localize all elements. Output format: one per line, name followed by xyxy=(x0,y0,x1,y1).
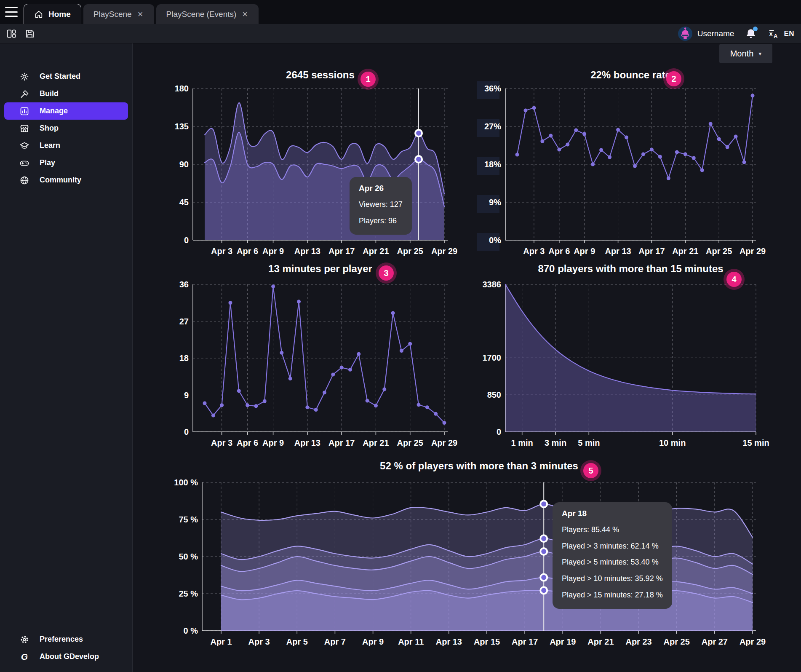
graduation-cap-icon xyxy=(19,141,29,151)
svg-text:Apr 19: Apr 19 xyxy=(550,637,576,646)
project-manager-icon[interactable] xyxy=(6,28,17,39)
tab-bar: Home PlayScene × PlayScene (Events) × xyxy=(0,0,801,24)
svg-text:Apr 21: Apr 21 xyxy=(587,637,614,646)
svg-text:Apr 9: Apr 9 xyxy=(362,637,384,646)
tooltip-row: Played > 15 minutes: 27.18 % xyxy=(562,587,663,603)
svg-text:0: 0 xyxy=(184,427,189,436)
tab-label: Home xyxy=(48,10,71,19)
tab-playscene-events[interactable]: PlayScene (Events) × xyxy=(156,4,259,24)
svg-text:Apr 29: Apr 29 xyxy=(740,246,766,256)
playtime-percent-chart[interactable]: Apr 1Apr 3Apr 5Apr 7Apr 9Apr 11Apr 13Apr… xyxy=(156,475,800,645)
svg-text:Apr 15: Apr 15 xyxy=(474,637,500,646)
sessions-tooltip: Apr 26Viewers: 127Players: 96 xyxy=(350,177,412,235)
svg-text:Apr 11: Apr 11 xyxy=(398,637,424,646)
svg-text:Apr 21: Apr 21 xyxy=(363,246,389,256)
sidebar-item-play[interactable]: Play xyxy=(4,154,128,171)
svg-text:135: 135 xyxy=(175,122,189,131)
svg-text:180: 180 xyxy=(175,84,189,93)
language-selector[interactable]: x A EN xyxy=(768,28,794,39)
svg-text:3386: 3386 xyxy=(483,280,502,289)
close-icon[interactable]: × xyxy=(241,10,248,19)
sessions-chart-title: 2645 sessions xyxy=(193,69,448,81)
svg-text:Apr 21: Apr 21 xyxy=(672,246,698,256)
globe-icon xyxy=(19,175,29,185)
svg-text:Apr 5: Apr 5 xyxy=(286,637,308,646)
svg-text:27: 27 xyxy=(179,317,189,326)
sidebar-item-label: Learn xyxy=(40,141,60,150)
tooltip-title: Apr 18 xyxy=(562,509,663,518)
svg-text:100 %: 100 % xyxy=(174,478,198,487)
svg-text:Apr 3: Apr 3 xyxy=(211,438,232,447)
gdevelop-logo: G xyxy=(19,652,29,662)
tab-playscene[interactable]: PlayScene × xyxy=(83,4,154,24)
hamburger-menu-icon[interactable] xyxy=(5,7,18,17)
svg-text:Apr 13: Apr 13 xyxy=(294,438,320,447)
svg-text:x: x xyxy=(769,30,773,37)
svg-text:Apr 29: Apr 29 xyxy=(740,637,766,646)
sidebar-item-label: Build xyxy=(40,89,59,98)
bounce-rate-chart[interactable]: Apr 3Apr 6Apr 9Apr 13Apr 17Apr 21Apr 25A… xyxy=(461,81,798,258)
svg-text:Apr 7: Apr 7 xyxy=(324,637,346,646)
step-badge-1: 1 xyxy=(360,72,376,87)
retention-curve-chart[interactable]: 1 min3 min5 min10 min15 min085017003386 xyxy=(461,276,798,447)
notifications-button[interactable] xyxy=(745,28,757,40)
tooltip-row: Played > 5 minutes: 53.40 % xyxy=(562,554,663,570)
svg-text:10 min: 10 min xyxy=(659,438,686,447)
save-icon[interactable] xyxy=(24,28,35,39)
sidebar-item-shop[interactable]: Shop xyxy=(4,120,128,137)
period-dropdown[interactable]: Month ▾ xyxy=(719,44,772,63)
sidebar-item-community[interactable]: Community xyxy=(4,171,128,189)
toolbar: Username x A EN xyxy=(0,24,801,43)
svg-text:0%: 0% xyxy=(489,236,501,245)
sidebar: Get Started Build Manage Shop Learn Play… xyxy=(0,43,133,672)
svg-text:Apr 9: Apr 9 xyxy=(262,246,284,256)
sidebar-item-label: Play xyxy=(40,158,55,167)
svg-text:0 %: 0 % xyxy=(184,626,198,635)
editor-tabs: Home PlayScene × PlayScene (Events) × xyxy=(24,4,261,24)
svg-text:90: 90 xyxy=(179,160,189,169)
tooltip-row: Played > 10 minutes: 35.92 % xyxy=(562,570,663,587)
svg-text:Apr 17: Apr 17 xyxy=(638,246,665,256)
svg-text:36: 36 xyxy=(179,280,189,289)
sidebar-item-build[interactable]: Build xyxy=(4,85,128,102)
svg-text:850: 850 xyxy=(487,390,501,399)
sidebar-item-get-started[interactable]: Get Started xyxy=(4,68,128,85)
tab-label: PlayScene (Events) xyxy=(166,10,237,19)
notification-dot xyxy=(753,27,758,31)
svg-text:Apr 23: Apr 23 xyxy=(625,637,651,646)
minutes-chart-title: 13 minutes per player xyxy=(193,263,448,275)
minutes-per-player-chart[interactable]: Apr 3Apr 6Apr 9Apr 13Apr 17Apr 21Apr 25A… xyxy=(158,276,457,447)
svg-text:A: A xyxy=(774,33,777,39)
sessions-chart[interactable]: Apr 3Apr 6Apr 9Apr 13Apr 17Apr 21Apr 25A… xyxy=(158,81,457,258)
svg-text:1700: 1700 xyxy=(483,353,502,362)
bounce-chart-title: 22% bounce rate xyxy=(505,69,756,81)
user-account-button[interactable]: Username xyxy=(678,27,734,41)
svg-text:Apr 25: Apr 25 xyxy=(706,246,732,256)
step-badge-5: 5 xyxy=(583,463,598,478)
svg-text:0: 0 xyxy=(497,427,501,436)
sidebar-item-manage[interactable]: Manage xyxy=(4,102,128,120)
tab-home[interactable]: Home xyxy=(24,4,81,24)
close-icon[interactable]: × xyxy=(137,10,144,19)
svg-text:15 min: 15 min xyxy=(742,438,769,447)
sidebar-item-learn[interactable]: Learn xyxy=(4,137,128,154)
playtime-tooltip: Apr 18Players: 85.44 %Played > 3 minutes… xyxy=(553,502,672,609)
svg-text:3 min: 3 min xyxy=(545,438,566,447)
step-badge-4: 4 xyxy=(726,272,742,287)
sun-icon xyxy=(19,72,29,82)
storefront-icon xyxy=(19,123,29,134)
sidebar-item-preferences[interactable]: Preferences xyxy=(4,631,128,648)
tab-label: PlayScene xyxy=(93,10,132,19)
sidebar-item-label: Get Started xyxy=(40,72,80,81)
svg-text:Apr 13: Apr 13 xyxy=(436,637,462,646)
tooltip-row: Players: 96 xyxy=(359,213,403,229)
sidebar-item-about-gdevelop[interactable]: G About GDevelop xyxy=(4,648,128,665)
svg-text:9: 9 xyxy=(184,391,189,400)
svg-text:Apr 13: Apr 13 xyxy=(294,246,320,256)
svg-text:Apr 6: Apr 6 xyxy=(548,246,570,256)
step-badge-3: 3 xyxy=(379,265,394,281)
sidebar-item-label: About GDevelop xyxy=(40,652,99,661)
gamepad-icon xyxy=(19,158,29,168)
svg-text:Apr 1: Apr 1 xyxy=(210,637,232,646)
tooltip-title: Apr 26 xyxy=(359,184,403,193)
